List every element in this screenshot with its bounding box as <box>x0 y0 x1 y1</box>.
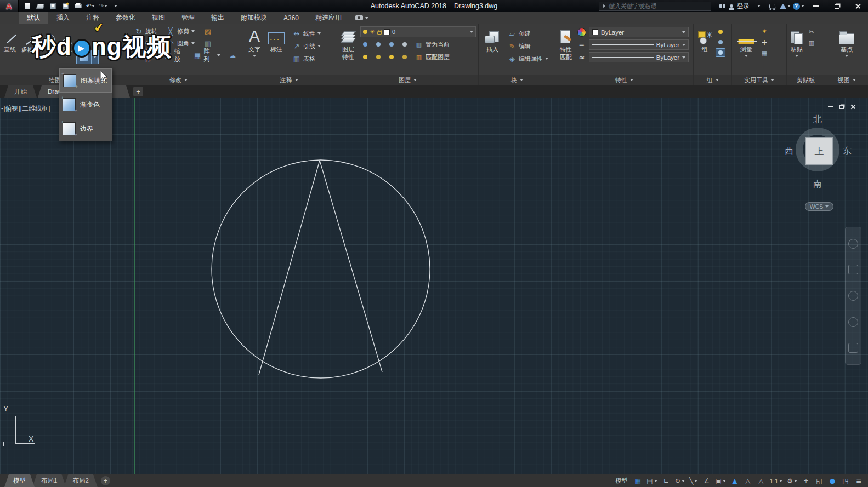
layer-freeze-icon[interactable] <box>387 40 396 49</box>
object-color-combo[interactable]: ByLayer <box>589 27 689 37</box>
snap-mode-icon[interactable]: ▤ <box>645 475 659 486</box>
linear-dim-button[interactable]: ↔线性 <box>291 28 322 39</box>
cut-icon[interactable]: ✂ <box>807 27 816 36</box>
autotrack-icon[interactable]: ∠ <box>701 475 713 486</box>
clean-screen-icon[interactable]: ◳ <box>839 475 852 486</box>
isolate-objects-icon[interactable]: ◱ <box>813 475 825 486</box>
quick-select-icon[interactable]: ✶ <box>759 27 769 36</box>
panel-modify-label[interactable]: 修改 <box>116 75 241 85</box>
open-file-button[interactable] <box>35 2 46 11</box>
leader-button[interactable]: ↗引线 <box>291 41 322 51</box>
file-tab-start[interactable]: 开始 <box>4 85 37 98</box>
measure-button[interactable]: 测量 <box>736 26 756 75</box>
wcs-dropdown[interactable]: WCS <box>805 202 833 211</box>
ortho-mode-icon[interactable]: ∟ <box>660 475 672 486</box>
signin-caret-button[interactable] <box>753 1 765 11</box>
help-button[interactable]: ? <box>792 1 804 11</box>
new-drawing-tab-button[interactable]: + <box>133 87 143 96</box>
isodraft-icon[interactable]: ╲ <box>688 475 700 486</box>
explode-button[interactable]: ☁ <box>226 50 239 61</box>
panel-utilities-label[interactable]: 实用工具 <box>732 75 786 85</box>
panel-properties-label[interactable]: 特性 <box>555 75 693 85</box>
viewcube-top-face[interactable]: 上 <box>805 137 833 165</box>
layout-tab-layout2[interactable]: 布局2 <box>64 474 97 487</box>
tab-featured-apps[interactable]: 精选应用 <box>307 12 350 24</box>
layer-off-icon[interactable] <box>360 40 370 49</box>
tab-view[interactable]: 视图 <box>144 12 173 24</box>
annotation-visibility-icon[interactable]: ▲ <box>729 475 741 486</box>
menu-item-boundary[interactable]: 边界 <box>59 117 112 141</box>
restore-button[interactable] <box>826 0 847 12</box>
app-store-button[interactable] <box>766 1 778 11</box>
signin-button[interactable]: 登录 <box>728 1 752 11</box>
layer-unlock-icon[interactable] <box>400 53 410 61</box>
redo-button[interactable]: ↷ <box>98 2 109 11</box>
tab-home[interactable]: 默认 <box>19 12 48 24</box>
workspace-gear-icon[interactable]: ⚙ <box>785 475 799 486</box>
dimension-button[interactable]: 标注 <box>266 26 286 75</box>
layer-unisolate-icon[interactable] <box>373 53 383 61</box>
tab-output[interactable]: 输出 <box>203 12 232 24</box>
view-expander-icon[interactable] <box>863 79 866 83</box>
pan-icon[interactable] <box>848 265 858 274</box>
model-space-button[interactable]: 模型 <box>612 475 631 486</box>
group-edit-icon[interactable] <box>716 38 725 47</box>
layer-properties-button[interactable]: 图层 特性 <box>339 26 357 75</box>
close-button[interactable] <box>847 0 868 12</box>
viewcube-east-label[interactable]: 东 <box>843 146 852 157</box>
layer-on-all-icon[interactable] <box>360 53 370 61</box>
layer-select-combo[interactable]: ☀ 0 <box>360 26 476 37</box>
viewcube[interactable]: 上 北 南 西 东 <box>788 114 865 207</box>
table-button[interactable]: ▦表格 <box>291 53 322 64</box>
erase-button[interactable]: ▨ <box>202 26 214 37</box>
undo-button[interactable]: ↶ <box>85 2 96 11</box>
set-current-layer-button[interactable]: ▥置为当前 <box>413 39 451 50</box>
tab-a360[interactable]: A360 <box>275 12 307 24</box>
group-selection-toggle[interactable] <box>716 48 725 57</box>
minimize-button[interactable] <box>805 0 826 12</box>
panel-block-label[interactable]: 块 <box>479 75 555 85</box>
tab-parametric[interactable]: 参数化 <box>107 12 144 24</box>
showmotion-icon[interactable] <box>848 343 858 353</box>
tab-addins[interactable]: 附加模块 <box>232 12 275 24</box>
paste-button[interactable]: 粘贴 <box>789 26 804 75</box>
properties-expander-icon[interactable] <box>688 79 691 83</box>
search-button[interactable] <box>714 1 727 11</box>
new-layout-button[interactable]: + <box>101 476 110 485</box>
insert-block-button[interactable]: 插入 <box>483 26 502 75</box>
viewcube-north-label[interactable]: 北 <box>813 114 822 125</box>
copy-clip-icon[interactable]: ▥ <box>807 38 816 47</box>
match-layer-button[interactable]: ▥匹配图层 <box>413 51 451 62</box>
scale-value[interactable]: 1:1 <box>768 475 784 486</box>
grid-display-icon[interactable]: ▦ <box>632 475 644 486</box>
save-as-button[interactable] <box>60 2 71 11</box>
object-snap-icon[interactable]: ▣ <box>714 475 728 486</box>
ribbon-display-toggle[interactable] <box>355 12 368 24</box>
linetype-combo[interactable]: ByLayer <box>589 52 689 62</box>
panel-clipboard-label[interactable]: 剪贴板 <box>787 75 825 85</box>
qat-customize-button[interactable] <box>110 2 121 11</box>
status-menu-icon[interactable]: ≡ <box>853 475 865 486</box>
save-button[interactable] <box>47 2 58 11</box>
edit-attributes-button[interactable]: ◈编辑属性 <box>506 53 550 64</box>
viewcube-west-label[interactable]: 西 <box>785 146 793 157</box>
layout-tab-model[interactable]: 模型 <box>4 474 35 487</box>
customize-plus-icon[interactable]: + <box>800 475 812 486</box>
tab-insert[interactable]: 插入 <box>48 12 78 24</box>
text-button[interactable]: A 文字 <box>247 26 262 75</box>
id-point-icon[interactable]: + <box>759 38 769 47</box>
match-properties-button[interactable]: 特性 匹配 <box>558 26 574 75</box>
base-point-button[interactable]: 基点 <box>837 26 856 75</box>
layer-isolate-icon[interactable] <box>373 40 383 49</box>
layout-tab-layout1[interactable]: 布局1 <box>32 474 66 487</box>
create-block-button[interactable]: ▱创建 <box>506 28 550 39</box>
line-button[interactable]: 直线 <box>2 26 18 75</box>
lineweight-combo[interactable]: ByLayer <box>589 39 689 50</box>
panel-annotation-label[interactable]: 注释 <box>241 75 337 85</box>
plot-button[interactable] <box>72 2 83 11</box>
viewcube-south-label[interactable]: 南 <box>813 179 822 190</box>
zoom-icon[interactable] <box>848 291 858 301</box>
a360-button[interactable] <box>779 1 791 11</box>
layer-lock-toggle-icon[interactable] <box>400 40 410 49</box>
polar-tracking-icon[interactable]: ↻ <box>673 475 687 486</box>
